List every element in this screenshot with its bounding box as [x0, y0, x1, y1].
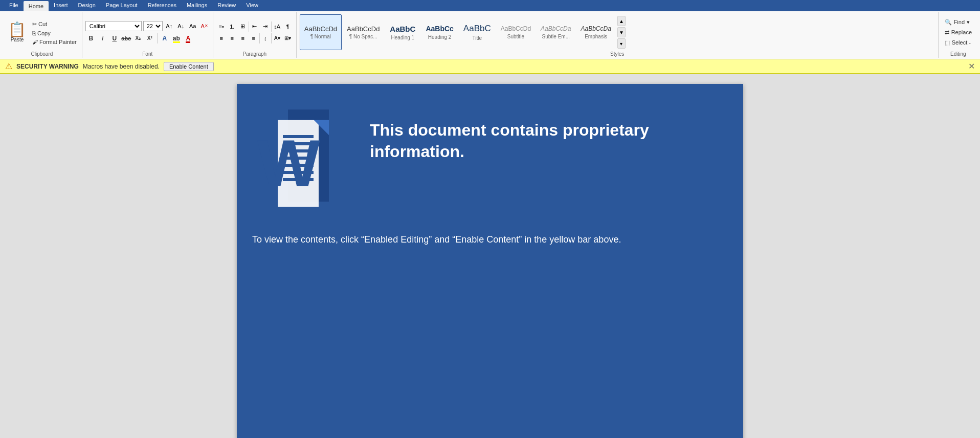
- select-button[interactable]: ⬚ Select -: [942, 38, 974, 47]
- text-highlight-button[interactable]: ab: [171, 33, 182, 44]
- tab-review[interactable]: Review: [212, 0, 241, 11]
- shading-button[interactable]: A▾: [272, 33, 282, 43]
- editing-group-label: Editing: [942, 50, 975, 57]
- borders-button[interactable]: ⊞▾: [283, 33, 293, 43]
- decrease-font-button[interactable]: A↓: [176, 21, 186, 31]
- style-normal[interactable]: AaBbCcDd ¶ Normal: [300, 14, 342, 50]
- enable-content-button[interactable]: Enable Content: [164, 62, 214, 71]
- paste-label: Paste: [11, 37, 24, 42]
- multilevel-list-button[interactable]: ⊞: [238, 21, 248, 32]
- increase-font-button[interactable]: A↑: [164, 21, 174, 31]
- styles-scroll-up[interactable]: ▲: [617, 16, 626, 26]
- tab-references[interactable]: References: [143, 0, 182, 11]
- italic-button[interactable]: I: [97, 33, 108, 44]
- font-group: Calibri 22 A↑ A↓ Aa A✕ B I U: [82, 12, 213, 58]
- ribbon-body: 📋 Paste ✂ Cut ⎘ Copy 🖌: [0, 11, 980, 59]
- word-logo: W: [252, 99, 354, 212]
- format-painter-icon: 🖌: [32, 39, 38, 45]
- style-title[interactable]: AaBbC Title: [459, 14, 496, 50]
- tab-page-layout[interactable]: Page Layout: [101, 0, 143, 11]
- style-subtle-emphasis[interactable]: AaBbCcDa Subtle Em...: [536, 14, 575, 50]
- styles-expand[interactable]: ▾: [617, 38, 626, 49]
- align-center-button[interactable]: ≡: [227, 33, 237, 43]
- sort-button[interactable]: ↕A: [272, 21, 282, 32]
- tab-design[interactable]: Design: [73, 0, 101, 11]
- strikethrough-button[interactable]: abc: [121, 33, 132, 44]
- tab-home[interactable]: Home: [24, 1, 49, 11]
- document-body-text: To view the contents, click “Enabled Edi…: [252, 232, 728, 247]
- security-message: Macros have been disabled.: [83, 63, 160, 70]
- paragraph-group: ≡• 1. ⊞ ⇤ ⇥ ↕A ¶ ≡ ≡ ≡ ≡: [213, 12, 297, 58]
- scissors-icon: ✂: [32, 21, 37, 28]
- svg-text:W: W: [257, 126, 320, 201]
- replace-icon: ⇄: [945, 29, 949, 36]
- editing-group: 🔍 Find ▾ ⇄ Replace ⬚ Select - Editing: [939, 12, 978, 58]
- superscript-button[interactable]: X²: [144, 33, 155, 44]
- tab-file[interactable]: File: [4, 0, 24, 11]
- separator: [157, 33, 158, 43]
- align-left-button[interactable]: ≡: [216, 33, 227, 43]
- copy-button[interactable]: ⎘ Copy: [30, 29, 79, 37]
- document-body: To view the contents, click “Enabled Edi…: [237, 222, 743, 262]
- paste-icon: 📋: [8, 23, 26, 37]
- separator: [271, 21, 272, 32]
- find-icon: 🔍: [945, 19, 952, 26]
- style-heading2[interactable]: AaBbCc Heading 2: [421, 14, 458, 50]
- warning-icon: ⚠: [5, 61, 12, 71]
- tab-mailings[interactable]: Mailings: [182, 0, 212, 11]
- align-right-button[interactable]: ≡: [238, 33, 248, 43]
- clipboard-group-label: Clipboard: [5, 50, 79, 57]
- clipboard-group: 📋 Paste ✂ Cut ⎘ Copy 🖌: [2, 12, 82, 58]
- style-emphasis[interactable]: AaBbCcDa Emphasis: [576, 14, 615, 50]
- ribbon-tabs: File Home Insert Design Page Layout Refe…: [0, 0, 980, 11]
- ribbon: File Home Insert Design Page Layout Refe…: [0, 0, 980, 59]
- styles-group: AaBbCcDd ¶ Normal AaBbCcDd ¶ No Spac... …: [297, 12, 939, 58]
- show-formatting-button[interactable]: ¶: [283, 21, 293, 32]
- format-painter-button[interactable]: 🖌 Format Painter: [30, 38, 79, 46]
- font-color-button[interactable]: A: [183, 33, 194, 44]
- decrease-indent-button[interactable]: ⇤: [250, 21, 260, 32]
- cut-button[interactable]: ✂ Cut: [30, 20, 79, 29]
- subscript-button[interactable]: X₂: [132, 33, 144, 44]
- separator: [271, 33, 272, 43]
- security-warning-label: SECURITY WARNING: [16, 63, 79, 70]
- change-case-button[interactable]: Aa: [188, 21, 198, 31]
- document-area: W This document contains proprietary inf…: [0, 74, 980, 438]
- font-name-selector[interactable]: Calibri: [85, 21, 142, 31]
- find-button[interactable]: 🔍 Find ▾: [942, 18, 973, 27]
- bullets-button[interactable]: ≡•: [216, 21, 227, 32]
- underline-button[interactable]: U: [109, 33, 120, 44]
- style-no-spacing[interactable]: AaBbCcDd ¶ No Spac...: [342, 14, 384, 50]
- document-page: W This document contains proprietary inf…: [237, 84, 743, 438]
- style-subtitle[interactable]: AaBbCcDd Subtitle: [496, 14, 536, 50]
- font-size-selector[interactable]: 22: [143, 21, 163, 31]
- replace-button[interactable]: ⇄ Replace: [942, 28, 975, 37]
- line-spacing-button[interactable]: ↕: [260, 33, 271, 43]
- styles-scroll-down[interactable]: ▼: [617, 27, 626, 37]
- security-bar: ⚠ SECURITY WARNING Macros have been disa…: [0, 59, 980, 74]
- text-effect-button[interactable]: A: [159, 33, 170, 44]
- security-close-button[interactable]: ✕: [968, 61, 975, 71]
- tab-insert[interactable]: Insert: [49, 0, 73, 11]
- font-group-label: Font: [85, 50, 210, 57]
- increase-indent-button[interactable]: ⇥: [260, 21, 271, 32]
- styles-group-label: Styles: [300, 50, 935, 57]
- paragraph-group-label: Paragraph: [216, 50, 293, 57]
- separator: [259, 33, 260, 43]
- justify-button[interactable]: ≡: [249, 33, 259, 43]
- separator: [249, 21, 249, 32]
- bold-button[interactable]: B: [85, 33, 97, 44]
- numbering-button[interactable]: 1.: [227, 21, 237, 32]
- copy-icon: ⎘: [32, 30, 36, 36]
- clear-format-button[interactable]: A✕: [199, 21, 210, 31]
- style-heading1[interactable]: AaBbC Heading 1: [385, 14, 420, 50]
- tab-view[interactable]: View: [241, 0, 263, 11]
- document-heading: This document contains proprietary infor…: [370, 120, 728, 162]
- select-icon: ⬚: [945, 39, 950, 46]
- paste-button[interactable]: 📋 Paste: [5, 19, 29, 46]
